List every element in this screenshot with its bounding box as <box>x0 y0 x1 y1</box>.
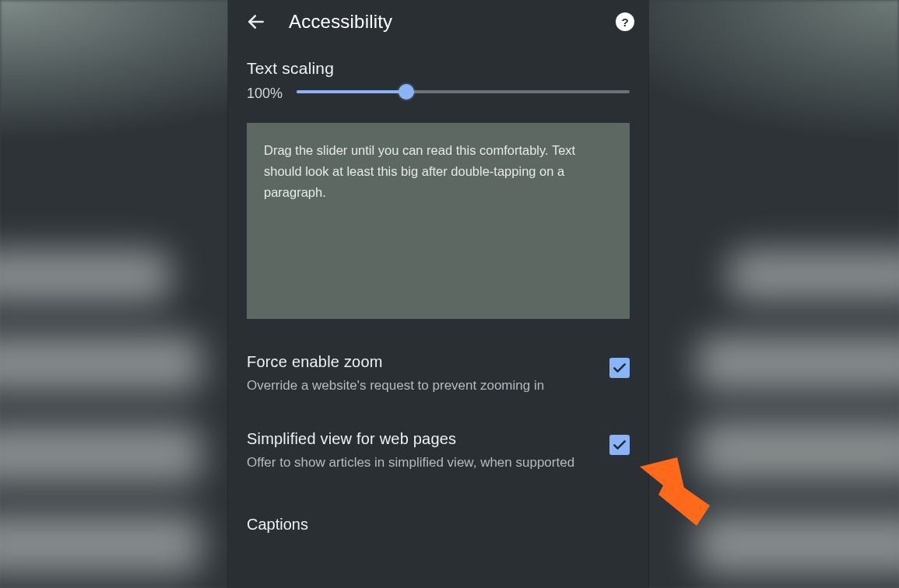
arrow-back-icon <box>246 12 266 32</box>
settings-content: Text scaling 100% Drag the slider until … <box>228 44 648 534</box>
slider-thumb[interactable] <box>399 84 414 100</box>
text-scaling-section: Text scaling 100% Drag the slider until … <box>247 59 630 319</box>
simplified-view-row[interactable]: Simplified view for web pages Offer to s… <box>247 430 630 473</box>
simplified-view-subtitle: Offer to show articles in simplified vie… <box>247 453 595 473</box>
page-title: Accessibility <box>289 11 592 33</box>
check-icon <box>612 360 627 376</box>
app-bar: Accessibility ? <box>228 0 648 44</box>
force-enable-zoom-title: Force enable zoom <box>247 353 595 371</box>
force-enable-zoom-row[interactable]: Force enable zoom Override a website's r… <box>247 353 630 396</box>
force-enable-zoom-checkbox[interactable] <box>609 358 630 378</box>
simplified-view-checkbox[interactable] <box>609 435 630 455</box>
slider-track-fill <box>297 90 406 93</box>
simplified-view-title: Simplified view for web pages <box>247 430 595 448</box>
text-scaling-slider[interactable] <box>297 78 630 106</box>
check-icon <box>612 437 627 453</box>
help-icon: ? <box>616 12 634 31</box>
force-enable-zoom-subtitle: Override a website's request to prevent … <box>247 376 595 396</box>
text-scaling-value: 100% <box>247 86 283 102</box>
back-button[interactable] <box>241 6 272 37</box>
settings-panel: Accessibility ? Text scaling 100% Drag t… <box>228 0 648 588</box>
captions-title[interactable]: Captions <box>247 516 630 534</box>
text-scaling-label: Text scaling <box>247 59 630 78</box>
help-button[interactable]: ? <box>609 6 641 37</box>
text-scaling-preview: Drag the slider until you can read this … <box>247 123 630 319</box>
